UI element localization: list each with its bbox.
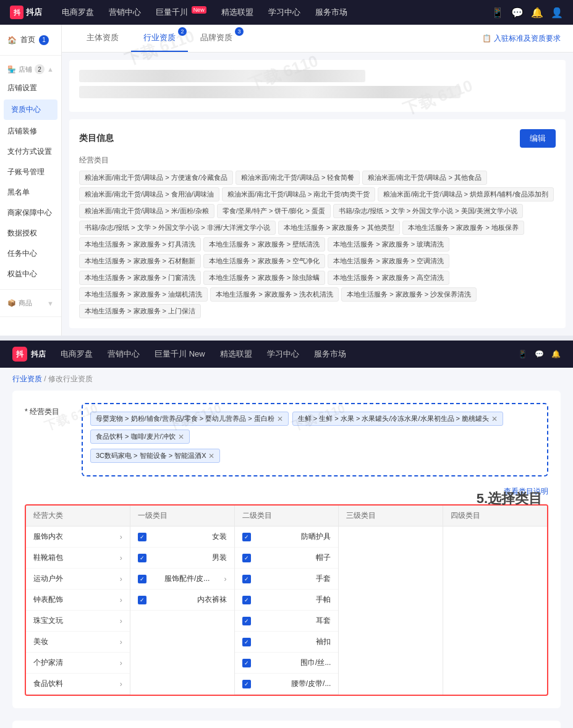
- sidebar-data-auth[interactable]: 数据授权: [0, 223, 61, 243]
- sidebar-rights-center[interactable]: 权益中心: [0, 264, 61, 284]
- edit-button[interactable]: 编辑: [520, 129, 556, 148]
- sidebar-decoration[interactable]: 店铺装修: [0, 121, 61, 142]
- tab-pinpai[interactable]: 品牌资质 3: [188, 25, 245, 52]
- sidebar-task-center[interactable]: 任务中心: [0, 243, 61, 264]
- cat-item-yundong[interactable]: 运动户外 ›: [26, 569, 130, 590]
- sidebar-merchant-center[interactable]: 商家保障中心: [0, 203, 61, 223]
- checkbox-xiukou[interactable]: ✓: [242, 638, 251, 646]
- chat-icon[interactable]: 💬: [511, 7, 524, 19]
- nav2-jvliang[interactable]: 巨量千川 New: [155, 349, 205, 360]
- cat-col-header-4: 四级类目: [443, 506, 547, 526]
- cat-item-shoupa[interactable]: ✓ 手帕: [235, 590, 339, 611]
- category-tags-list: 粮油米面/南北干货/调味品 > 方便速食/冷藏食品 粮油米面/南北干货/调味品 …: [79, 171, 556, 318]
- nav2-yingxiao[interactable]: 营销中心: [108, 349, 140, 360]
- cat-item-shoutao[interactable]: ✓ 手套: [235, 569, 339, 590]
- sidebar-sub-accounts[interactable]: 子账号管理: [0, 162, 61, 182]
- category-tag-2: 粮油米面/南北干货/调味品 > 其他食品: [362, 171, 487, 185]
- cat-tag-1-close[interactable]: ✕: [491, 415, 498, 423]
- cat-col-header-0: 经营大类: [26, 506, 130, 526]
- nav-item-fuwu[interactable]: 服务市场: [315, 7, 347, 18]
- cat-item-zhongbiao[interactable]: 钟表配饰 ›: [26, 590, 130, 611]
- checkbox-nanzhuang[interactable]: ✓: [138, 554, 146, 562]
- cat-tag-0-close[interactable]: ✕: [277, 415, 283, 423]
- category-tag-6: 粮油米面/南北干货/调味品 > 米/面粉/杂粮: [79, 204, 214, 218]
- cat-tag-2: 食品饮料 > 咖啡/麦片/冲饮 ✕: [90, 430, 190, 444]
- cat-item-weijin[interactable]: ✓ 围巾/丝...: [235, 653, 339, 674]
- cat-item-zhubao[interactable]: 珠宝文玩 ›: [26, 611, 130, 632]
- cat-item-ertao[interactable]: ✓ 耳套: [235, 611, 339, 632]
- cat-tag-2-close[interactable]: ✕: [178, 433, 184, 441]
- category-tag-1: 粮油米面/南北干货/调味品 > 轻食简餐: [236, 171, 360, 185]
- category-tag-10: 本地生活服务 > 家政服务 > 其他类型: [278, 221, 400, 235]
- nav2-logo-icon: 抖: [12, 347, 27, 362]
- nav-item-xuexi[interactable]: 学习中心: [268, 7, 300, 18]
- cat-item-gejia[interactable]: 个护家清 ›: [26, 653, 130, 674]
- home-number-badge: 1: [39, 35, 49, 45]
- cat-item-meizhuang[interactable]: 美妆 ›: [26, 632, 130, 653]
- cat-item-yaodai[interactable]: ✓ 腰带/皮带/...: [235, 674, 339, 695]
- checkbox-shoutao[interactable]: ✓: [242, 575, 251, 583]
- tab-hangye[interactable]: 行业资质 2: [131, 25, 188, 52]
- nav-item-yingxiao[interactable]: 营销中心: [109, 7, 141, 18]
- category-tag-20: 本地生活服务 > 家政服务 > 高空清洗: [328, 271, 449, 285]
- nav-item-dianshanluopan[interactable]: 电商罗盘: [62, 7, 94, 18]
- checkbox-fangshan[interactable]: ✓: [242, 533, 251, 541]
- checkbox-fuzhi[interactable]: ✓: [138, 575, 146, 583]
- cat-item-neyi[interactable]: ✓ 内衣裤袜: [130, 590, 234, 611]
- cat-item-fuzhi[interactable]: ✓ 服饰配件/皮... ›: [130, 569, 234, 590]
- checkbox-neyi[interactable]: ✓: [138, 596, 146, 604]
- cat-item-nvzhuang[interactable]: ✓ 女装: [130, 527, 234, 548]
- cat-item-nanzhuang[interactable]: ✓ 男装: [130, 548, 234, 569]
- category-tag-0: 粮油米面/南北干货/调味品 > 方便速食/冷藏食品: [79, 171, 233, 185]
- checkbox-maozi[interactable]: ✓: [242, 554, 251, 562]
- bell-icon[interactable]: 🔔: [531, 7, 543, 19]
- mobile-icon[interactable]: 📱: [491, 7, 504, 19]
- store-collapse-icon[interactable]: ▲: [47, 66, 54, 73]
- tab-zhuanti[interactable]: 主体资质: [74, 25, 131, 52]
- cat-item-maozi[interactable]: ✓ 帽子: [235, 548, 339, 569]
- store-number-badge: 2: [35, 64, 45, 74]
- cat-table-header: 经营大类 一级类目 二级类目 三级类目 四级类目: [26, 506, 547, 527]
- nav2-dianshanluopan[interactable]: 电商罗盘: [61, 349, 93, 360]
- cat-item-xiexiang[interactable]: 鞋靴箱包 ›: [26, 548, 130, 569]
- category-tag-14: 本地生活服务 > 家政服务 > 玻璃清洗: [328, 237, 449, 252]
- breadcrumb-parent[interactable]: 行业资质: [12, 375, 42, 383]
- checkbox-ertao[interactable]: ✓: [242, 617, 251, 625]
- sidebar-payment[interactable]: 支付方式设置: [0, 142, 61, 162]
- logo-text: 抖店: [26, 7, 42, 18]
- checkbox-shoupa[interactable]: ✓: [242, 596, 251, 604]
- tab-pinpai-number: 3: [235, 27, 244, 36]
- sidebar-store-settings[interactable]: 店铺设置: [0, 78, 61, 98]
- nav2-chat-icon[interactable]: 💬: [535, 350, 544, 358]
- cat-item-fuzhuang[interactable]: 服饰内衣 ›: [26, 527, 130, 548]
- category-selector[interactable]: 母婴宠物 > 奶粉/辅食/营养品/零食 > 婴幼儿营养品 > 蛋白粉 ✕ 生鲜 …: [82, 403, 548, 476]
- sidebar-home[interactable]: 🏠 首页 1: [0, 30, 61, 50]
- checkbox-weijin[interactable]: ✓: [242, 659, 251, 667]
- user-icon[interactable]: 👤: [551, 7, 563, 19]
- category-tag-19: 本地生活服务 > 家政服务 > 除虫除螨: [203, 271, 325, 285]
- nav-item-jingxuan[interactable]: 精选联盟: [221, 7, 253, 18]
- nav2-mobile-icon[interactable]: 📱: [518, 350, 527, 358]
- cat-col-4: [339, 527, 443, 695]
- sidebar-qualification[interactable]: 资质中心: [4, 99, 57, 120]
- nav2-bell-icon[interactable]: 🔔: [551, 350, 561, 358]
- nav-item-jvliang[interactable]: 巨量千川 New: [156, 7, 206, 18]
- sidebar-blacklist[interactable]: 黑名单: [0, 182, 61, 203]
- cat-col-header-1: 一级类目: [130, 506, 235, 526]
- category-section-title: 类目信息: [79, 133, 114, 144]
- checkbox-yaodai[interactable]: ✓: [242, 680, 251, 688]
- cat-tag-3-close[interactable]: ✕: [208, 452, 214, 460]
- form-category-input: 母婴宠物 > 奶粉/辅食/营养品/零食 > 婴幼儿营养品 > 蛋白粉 ✕ 生鲜 …: [82, 403, 548, 497]
- cat-item-xiukou[interactable]: ✓ 袖扣: [235, 632, 339, 653]
- nav2-fuwu[interactable]: 服务市场: [314, 349, 346, 360]
- entrance-standards-link[interactable]: 📋 入驻标准及资质要求: [482, 33, 561, 44]
- cat-item-fangshan[interactable]: ✓ 防晒护具: [235, 527, 339, 548]
- category-tag-3: 粮油米面/南北干货/调味品 > 食用油/调味油: [79, 187, 219, 201]
- goods-collapse-icon[interactable]: ▼: [47, 300, 54, 307]
- form-category-row: * 经营类目 母婴宠物 > 奶粉/辅食/营养品/零食 > 婴幼儿营养品 > 蛋白…: [25, 403, 548, 497]
- nav2-xuexi[interactable]: 学习中心: [267, 349, 299, 360]
- checkbox-nvzhuang[interactable]: ✓: [138, 533, 146, 541]
- cat-item-shipin[interactable]: 食品饮料 ›: [26, 674, 130, 695]
- nav2-new-badge: New: [189, 349, 205, 358]
- nav2-jingxuan[interactable]: 精选联盟: [220, 349, 252, 360]
